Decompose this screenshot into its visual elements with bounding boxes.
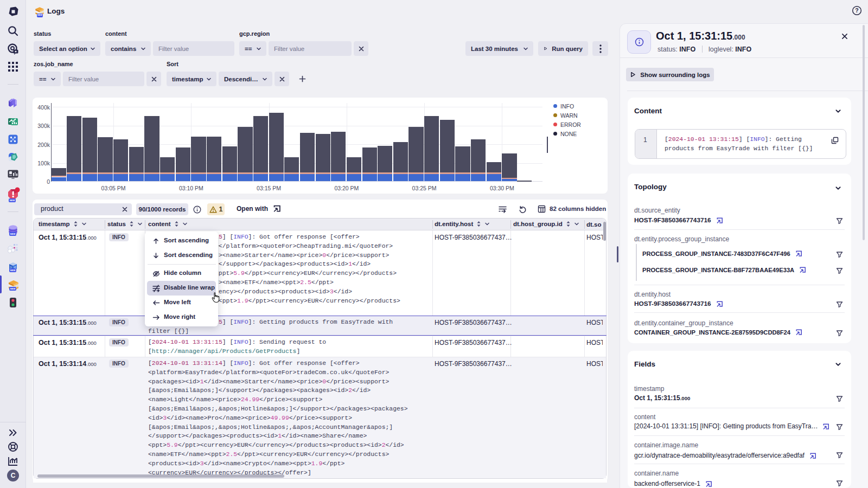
svg-text:?: ? [855,7,858,14]
